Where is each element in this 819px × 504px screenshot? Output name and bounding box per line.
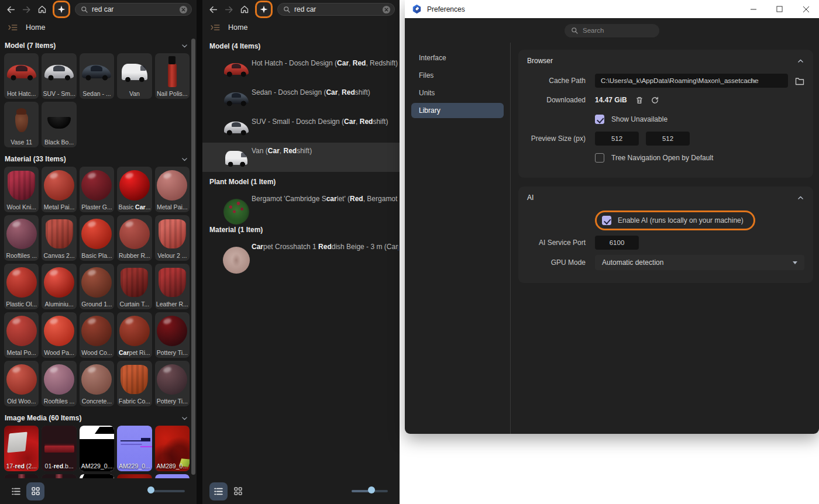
clear-search-icon[interactable]	[382, 5, 391, 14]
asset-list-item[interactable]: SUV - Small - Dosch Design (Car, Redshif…	[202, 113, 400, 143]
tree-toggle-icon[interactable]	[211, 23, 220, 32]
thumbnail-size-slider[interactable]	[149, 488, 185, 495]
breadcrumb[interactable]: Home	[228, 23, 247, 32]
forward-button[interactable]	[223, 4, 235, 15]
section-header-plant-model[interactable]: Plant Model (1 Item)	[202, 172, 400, 191]
section-header-image-media[interactable]: Image Media (60 Items)	[0, 409, 197, 426]
delete-cache-button[interactable]	[635, 96, 644, 105]
ai-search-button[interactable]	[257, 2, 271, 16]
tree-navigation-checkbox[interactable]	[595, 153, 604, 163]
ai-search-button[interactable]	[54, 2, 68, 16]
forward-button[interactable]	[20, 4, 32, 15]
sidebar-item[interactable]: Library	[411, 103, 504, 118]
asset-list-item[interactable]: Hot Hatch - Dosch Design (Car, Red, Reds…	[202, 55, 400, 84]
chevron-down-icon[interactable]	[181, 415, 188, 422]
preferences-search-input[interactable]	[583, 27, 653, 34]
asset-tile[interactable]: Velour 2 ...	[155, 215, 190, 261]
grid-view-button[interactable]	[229, 482, 247, 500]
asset-tile[interactable]: Van	[117, 53, 152, 99]
asset-tile[interactable]: Hot Hatc...	[4, 53, 39, 99]
asset-tile[interactable]	[4, 474, 39, 478]
gpu-mode-dropdown[interactable]: Automatic detection	[595, 255, 804, 270]
asset-tile[interactable]	[42, 474, 76, 478]
tree-toggle-icon[interactable]	[8, 23, 18, 32]
vertical-scrollbar[interactable]	[191, 39, 195, 475]
asset-tile[interactable]: Vase 11	[4, 102, 39, 147]
asset-tile[interactable]	[117, 474, 152, 478]
asset-tile[interactable]: Basic Pla...	[80, 215, 114, 261]
asset-tile[interactable]	[155, 474, 190, 478]
collapse-chevron-icon[interactable]	[797, 194, 804, 202]
asset-tile[interactable]: Rubber R...	[117, 215, 152, 261]
asset-tile[interactable]: Black Bo...	[42, 102, 76, 147]
titlebar[interactable]: Preferences	[405, 0, 819, 18]
asset-tile[interactable]: Pottery Ti...	[155, 361, 190, 406]
collapse-chevron-icon[interactable]	[797, 57, 804, 65]
asset-tile[interactable]: Fabric Co...	[117, 361, 152, 406]
section-header-model[interactable]: Model (4 Items)	[202, 36, 400, 55]
asset-tile[interactable]: Plastic Ol...	[4, 264, 39, 309]
asset-list-item[interactable]: Carpet Crosshatch 1 Reddish Beige - 3 m …	[202, 239, 400, 268]
ai-service-port-input[interactable]	[595, 236, 639, 250]
home-button[interactable]	[239, 4, 250, 15]
cache-path-input[interactable]	[595, 77, 788, 84]
asset-tile[interactable]: Nail Polis...	[155, 53, 190, 99]
home-button[interactable]	[36, 4, 48, 15]
browse-folder-button[interactable]	[795, 77, 804, 85]
sidebar-item[interactable]: Interface	[411, 50, 504, 65]
clear-search-icon[interactable]	[179, 5, 188, 14]
breadcrumb[interactable]: Home	[26, 23, 45, 32]
close-button[interactable]	[793, 0, 819, 18]
asset-tile[interactable]: Concrete...	[80, 361, 114, 406]
asset-tile[interactable]: Wood Co...	[80, 312, 114, 358]
sidebar-item[interactable]: Files	[411, 68, 504, 83]
asset-tile[interactable]: Curtain T...	[117, 264, 152, 309]
list-view-button[interactable]	[7, 482, 25, 500]
asset-tile[interactable]	[80, 474, 114, 478]
asset-tile[interactable]: Metal Pai...	[42, 167, 76, 212]
chevron-down-icon[interactable]	[181, 42, 188, 50]
asset-tile[interactable]: Rooftiles ...	[42, 361, 76, 406]
asset-tile[interactable]: AM229_0...	[117, 426, 152, 471]
asset-tile[interactable]: SUV - Sm...	[42, 53, 76, 99]
minimize-button[interactable]	[740, 0, 766, 18]
asset-tile[interactable]: Plaster G...	[80, 167, 114, 212]
asset-tile[interactable]: Basic Car...	[117, 167, 152, 212]
asset-tile[interactable]: Rooftiles ...	[4, 215, 39, 261]
asset-tile[interactable]: 17-red (2...	[4, 426, 39, 471]
asset-tile[interactable]: AM229_0...	[80, 426, 114, 471]
asset-tile[interactable]: Metal Pai...	[155, 167, 190, 212]
sidebar-item[interactable]: Units	[411, 85, 504, 101]
asset-list-item[interactable]: Van (Car, Redshift)	[202, 143, 400, 172]
search-input[interactable]	[294, 5, 378, 13]
show-unavailable-checkbox[interactable]	[595, 115, 604, 124]
asset-tile[interactable]: Sedan - ...	[80, 53, 114, 99]
asset-tile[interactable]: AM289_0...	[155, 426, 190, 471]
asset-tile[interactable]: Wool Kni...	[4, 167, 39, 212]
enable-ai-checkbox[interactable]	[602, 216, 611, 225]
asset-tile[interactable]: Old Woo...	[4, 361, 39, 406]
asset-tile[interactable]: Leather R...	[155, 264, 190, 309]
asset-tile[interactable]: Pottery Ti...	[155, 312, 190, 358]
asset-list-item[interactable]: Bergamot 'Cambridge Scarlet' (Red, Berga…	[202, 191, 400, 220]
back-button[interactable]	[207, 4, 219, 15]
preview-height-input[interactable]	[646, 132, 690, 146]
list-view-button[interactable]	[209, 482, 228, 500]
slider-thumb[interactable]	[368, 486, 375, 493]
maximize-button[interactable]	[766, 0, 793, 18]
section-header-material[interactable]: Material (33 Items)	[0, 150, 197, 167]
asset-tile[interactable]: 01-red.b...	[42, 426, 76, 471]
back-button[interactable]	[5, 4, 16, 15]
chevron-down-icon[interactable]	[181, 156, 188, 163]
asset-tile[interactable]: Wood Pa...	[42, 312, 76, 358]
asset-list-item[interactable]: Sedan - Dosch Design (Car, Redshift)	[202, 84, 400, 113]
asset-tile[interactable]: Canvas 2...	[42, 215, 76, 261]
search-input[interactable]	[92, 5, 176, 13]
refresh-button[interactable]	[651, 96, 659, 105]
asset-tile[interactable]: Carpet Ri...	[117, 312, 152, 358]
grid-view-button[interactable]	[26, 482, 44, 500]
thumbnail-size-slider[interactable]	[352, 488, 388, 495]
section-header-model[interactable]: Model (7 Items)	[0, 36, 197, 53]
slider-thumb[interactable]	[147, 486, 154, 493]
asset-tile[interactable]: Aluminiu...	[42, 264, 76, 309]
